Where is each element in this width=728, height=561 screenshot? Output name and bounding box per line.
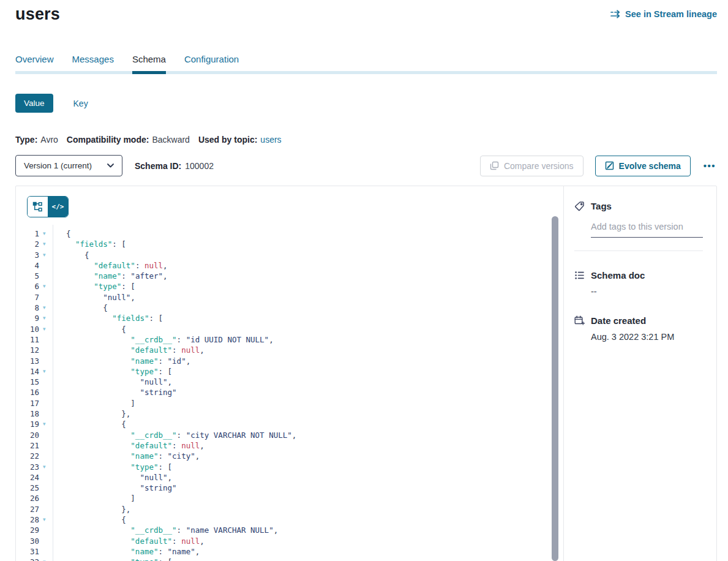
code-line: 15"null", [16, 377, 563, 387]
code-line: 13"name": "id", [16, 356, 563, 366]
stream-lineage-icon [610, 10, 621, 18]
more-options-button[interactable]: ••• [702, 160, 717, 171]
line-number: 10 [16, 324, 39, 334]
line-number: 2 [16, 239, 39, 249]
line-number: 29 [16, 525, 39, 535]
fold-toggle-icon[interactable]: ▾ [43, 250, 51, 260]
meta-item: Compatibility mode:Backward [67, 135, 190, 145]
code-text: "name": "city", [66, 451, 563, 461]
list-icon [574, 270, 585, 280]
tags-title: Tags [591, 201, 612, 211]
line-number: 1 [16, 228, 39, 239]
tree-view-icon [32, 201, 43, 212]
code-text: }, [66, 504, 563, 514]
line-number: 16 [16, 387, 39, 397]
page-title: users [15, 5, 60, 24]
code-scrollbar-thumb[interactable] [552, 216, 558, 561]
fold-toggle-icon[interactable]: ▾ [43, 281, 51, 292]
code-line: 32▾"type": [ [16, 557, 563, 561]
code-text: "name": "after", [66, 271, 563, 281]
line-number: 25 [16, 483, 39, 493]
code-line: 27}, [16, 504, 563, 514]
schema-panel: </> 1▾{2▾"fields": [3▾{4"default": null,… [15, 186, 717, 561]
code-line: 7"null", [16, 292, 563, 303]
line-number: 18 [16, 409, 39, 419]
line-number: 9 [16, 313, 39, 323]
tags-header: Tags [574, 201, 703, 211]
schema-doc-value: -- [591, 287, 703, 296]
line-number: 11 [16, 334, 39, 345]
code-line: 14▾"type": [ [16, 366, 563, 377]
meta-value: Avro [40, 135, 58, 145]
code-line: 6▾"type": [ [16, 281, 563, 292]
line-number: 20 [16, 430, 39, 440]
code-line: 21"default": null, [16, 440, 563, 451]
code-text: { [66, 228, 563, 239]
code-line: 5"name": "after", [16, 271, 563, 281]
meta-item: Type:Avro [15, 135, 58, 145]
key-toggle-button[interactable]: Key [70, 98, 92, 109]
code-editor: 1▾{2▾"fields": [3▾{4"default": null,5"na… [16, 225, 563, 561]
fold-toggle-icon[interactable]: ▾ [43, 324, 51, 334]
code-text: "type": [ [66, 281, 563, 292]
line-number: 32 [16, 557, 39, 561]
code-text: "type": [ [66, 366, 563, 377]
compare-versions-button[interactable]: Compare versions [480, 156, 584, 176]
schema-controls: Version 1 (current) Schema ID: 100002 Co… [15, 155, 717, 176]
fold-toggle-icon[interactable]: ▾ [43, 462, 51, 472]
compare-versions-label: Compare versions [504, 161, 574, 171]
line-number: 23 [16, 462, 39, 472]
topic-link[interactable]: users [260, 135, 281, 145]
line-number: 13 [16, 356, 39, 366]
fold-toggle-icon[interactable]: ▾ [43, 313, 51, 323]
date-created-section: Date created Aug. 3 2022 3:21 PM [574, 315, 703, 342]
code-line: 20"__crdb__": "city VARCHAR NOT NULL", [16, 430, 563, 440]
code-line: 16"string" [16, 387, 563, 397]
code-view-button[interactable]: </> [48, 197, 68, 217]
code-text: "null", [66, 292, 563, 303]
schema-meta: Type:AvroCompatibility mode:BackwardUsed… [15, 135, 282, 145]
code-line: 30"default": null, [16, 536, 563, 546]
tab-overview[interactable]: Overview [15, 54, 54, 74]
code-line: 26] [16, 493, 563, 503]
fold-toggle-icon[interactable]: ▾ [43, 303, 51, 313]
code-view-icon: </> [52, 203, 64, 211]
schema-code-column: </> 1▾{2▾"fields": [3▾{4"default": null,… [16, 186, 563, 561]
code-scrollbar[interactable] [552, 216, 558, 561]
schema-doc-header: Schema doc [574, 270, 703, 280]
line-number: 22 [16, 451, 39, 461]
fold-toggle-icon[interactable]: ▾ [43, 419, 51, 429]
value-toggle-button[interactable]: Value [15, 94, 53, 113]
date-created-value: Aug. 3 2022 3:21 PM [591, 332, 703, 342]
code-line: 31"name": "name", [16, 546, 563, 557]
tab-bar: OverviewMessagesSchemaConfiguration [15, 54, 717, 74]
schema-sidebar: Tags Schema doc -- [563, 186, 716, 561]
meta-value: Backward [152, 135, 189, 145]
tab-messages[interactable]: Messages [72, 54, 114, 74]
code-text: "fields": [ [66, 239, 563, 249]
fold-toggle-icon[interactable]: ▾ [43, 514, 51, 525]
code-text: { [66, 303, 563, 313]
code-text: "__crdb__": "name VARCHAR NULL", [66, 525, 563, 535]
evolve-schema-button[interactable]: Evolve schema [595, 156, 691, 176]
code-text: }, [66, 409, 563, 419]
tree-view-button[interactable] [28, 197, 48, 217]
line-number: 28 [16, 514, 39, 525]
schema-id: Schema ID: 100002 [135, 161, 214, 171]
calendar-plus-icon [574, 315, 585, 326]
schema-actions: Compare versions Evolve schema ••• [480, 156, 717, 176]
code-line: 17] [16, 398, 563, 409]
tab-schema[interactable]: Schema [132, 54, 166, 74]
fold-toggle-icon[interactable]: ▾ [43, 239, 51, 249]
code-text: ] [66, 493, 563, 503]
tags-input[interactable] [591, 222, 703, 238]
stream-lineage-link[interactable]: See in Stream lineage [610, 9, 717, 19]
line-number: 3 [16, 250, 39, 260]
tab-configuration[interactable]: Configuration [184, 54, 239, 74]
schema-id-label: Schema ID: [135, 161, 181, 171]
fold-toggle-icon[interactable]: ▾ [43, 557, 51, 561]
line-number: 12 [16, 345, 39, 355]
fold-toggle-icon[interactable]: ▾ [43, 228, 51, 239]
fold-toggle-icon[interactable]: ▾ [43, 366, 51, 377]
version-select[interactable]: Version 1 (current) [15, 155, 122, 176]
